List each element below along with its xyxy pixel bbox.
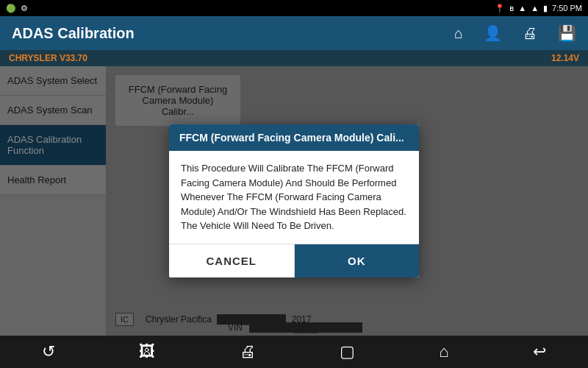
- modal-overlay: FFCM (Forward Facing Camera Module) Cali…: [0, 66, 588, 336]
- modal-body: This Procedure Will Calibrate The FFCM (…: [169, 151, 419, 244]
- modal-dialog: FFCM (Forward Facing Camera Module) Cali…: [169, 124, 419, 277]
- modal-body-text: This Procedure Will Calibrate The FFCM (…: [181, 163, 406, 231]
- main-content: ADAS System Select ADAS System Scan ADAS…: [0, 66, 588, 336]
- signal-icon: ▲: [518, 4, 526, 13]
- sub-header: CHRYSLER V33.70 12.14V: [0, 50, 588, 66]
- home-nav-icon[interactable]: ⌂: [439, 342, 448, 361]
- home-icon[interactable]: ⌂: [454, 25, 463, 42]
- save-icon[interactable]: 💾: [558, 24, 576, 42]
- modal-footer: CANCEL OK: [169, 244, 419, 277]
- user-icon[interactable]: 👤: [484, 24, 502, 42]
- status-bar-left: 🟢 ⚙: [6, 4, 28, 13]
- bottom-nav: ↺ 🖼 🖨 ▢ ⌂ ↩: [0, 336, 588, 368]
- battery-icon: ▮: [543, 4, 548, 13]
- app-indicator: 🟢: [6, 4, 16, 13]
- app-title: ADAS Calibration: [12, 25, 135, 42]
- ok-button[interactable]: OK: [295, 244, 420, 277]
- location-icon: 📍: [495, 4, 505, 13]
- header-icons: ⌂ 👤 🖨 💾: [454, 24, 576, 42]
- printer-nav-icon[interactable]: 🖨: [240, 342, 256, 361]
- print-icon[interactable]: 🖨: [523, 25, 537, 42]
- square-icon[interactable]: ▢: [340, 342, 355, 361]
- modal-title: FFCM (Forward Facing Camera Module) Cali…: [179, 132, 404, 144]
- image-icon[interactable]: 🖼: [139, 342, 155, 361]
- modal-header: FFCM (Forward Facing Camera Module) Cali…: [169, 124, 419, 151]
- bluetooth-icon: ʙ: [509, 4, 514, 13]
- voltage-display: 12.14V: [551, 53, 579, 63]
- cancel-button[interactable]: CANCEL: [169, 244, 295, 277]
- status-bar: 🟢 ⚙ 📍 ʙ ▲ ▲ ▮ 7:50 PM: [0, 0, 588, 16]
- refresh-icon[interactable]: ↺: [42, 342, 55, 361]
- wifi-icon: ▲: [531, 4, 539, 13]
- vehicle-version: CHRYSLER V33.70: [9, 53, 87, 63]
- status-bar-right: 📍 ʙ ▲ ▲ ▮ 7:50 PM: [495, 4, 582, 13]
- secondary-indicator: ⚙: [21, 4, 28, 13]
- back-icon[interactable]: ↩: [533, 342, 546, 361]
- app-header: ADAS Calibration ⌂ 👤 🖨 💾: [0, 16, 588, 50]
- time-display: 7:50 PM: [552, 4, 582, 13]
